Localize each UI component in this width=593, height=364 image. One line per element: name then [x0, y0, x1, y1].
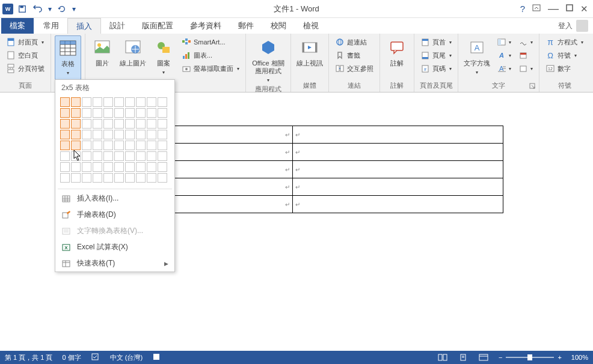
grid-cell[interactable] — [71, 141, 81, 150]
draw-table-item[interactable]: 手繪表格(D) — [55, 207, 174, 223]
help-button[interactable]: ? — [520, 4, 525, 14]
word-count[interactable]: 0 個字 — [62, 353, 81, 362]
grid-cell[interactable] — [125, 162, 135, 172]
zoom-in-button[interactable]: + — [558, 354, 561, 361]
grid-cell[interactable] — [158, 130, 167, 139]
bookmark-button[interactable]: 書籤 — [333, 49, 376, 62]
textbox-button[interactable]: A文字方塊▾ — [462, 35, 492, 80]
tab-design[interactable]: 設計 — [101, 18, 134, 34]
header-button[interactable]: 頁首▾ — [418, 35, 454, 49]
quick-tables-item[interactable]: 快速表格(T)▶ — [55, 255, 174, 271]
footer-button[interactable]: 頁尾▾ — [418, 49, 454, 62]
undo-button[interactable] — [31, 2, 45, 16]
grid-cell[interactable] — [114, 130, 124, 139]
blank-page-button[interactable]: 空白頁 — [4, 49, 47, 62]
tab-references[interactable]: 參考資料 — [182, 18, 230, 34]
grid-cell[interactable] — [147, 141, 156, 150]
language-indicator[interactable]: 中文 (台灣) — [110, 353, 143, 362]
crossref-button[interactable]: 交互參照 — [333, 62, 376, 75]
online-video-button[interactable]: 線上視訊 — [295, 35, 325, 80]
signature-button[interactable]: ▾ — [516, 35, 535, 49]
save-button[interactable] — [16, 2, 29, 16]
grid-cell[interactable] — [93, 108, 102, 118]
grid-cell[interactable] — [71, 151, 81, 161]
grid-cell[interactable] — [136, 162, 146, 172]
grid-cell[interactable] — [82, 97, 91, 107]
grid-cell[interactable] — [114, 97, 124, 107]
zoom-level[interactable]: 100% — [571, 354, 588, 361]
smartart-button[interactable]: SmartArt... — [179, 35, 242, 49]
grid-cell[interactable] — [125, 119, 135, 129]
table-grid-picker[interactable] — [55, 96, 174, 187]
grid-cell[interactable] — [136, 130, 146, 139]
grid-cell[interactable] — [60, 97, 70, 107]
grid-cell[interactable] — [60, 130, 70, 139]
tab-insert[interactable]: 插入 — [67, 18, 101, 34]
number-button[interactable]: 12數字 — [543, 62, 586, 75]
comment-button[interactable]: 註解 — [384, 35, 410, 80]
grid-cell[interactable] — [136, 141, 146, 150]
grid-cell[interactable] — [103, 108, 113, 118]
excel-spreadsheet-item[interactable]: XExcel 試算表(X) — [55, 239, 174, 255]
grid-cell[interactable] — [103, 97, 113, 107]
grid-cell[interactable] — [136, 97, 146, 107]
grid-cell[interactable] — [125, 151, 135, 161]
grid-cell[interactable] — [71, 130, 81, 139]
grid-cell[interactable] — [60, 151, 70, 161]
grid-cell[interactable] — [114, 151, 124, 161]
grid-cell[interactable] — [93, 97, 102, 107]
grid-cell[interactable] — [158, 119, 167, 129]
table-button[interactable]: 表格▾ — [55, 35, 81, 80]
grid-cell[interactable] — [147, 97, 156, 107]
grid-cell[interactable] — [147, 119, 156, 129]
qat-customize[interactable]: ▾ — [71, 2, 77, 16]
grid-cell[interactable] — [114, 119, 124, 129]
print-layout-button[interactable] — [458, 353, 469, 362]
page-indicator[interactable]: 第 1 頁，共 1 頁 — [5, 353, 52, 362]
sign-in-link[interactable]: 登入 — [558, 21, 573, 31]
hyperlink-button[interactable]: 超連結 — [333, 35, 376, 49]
ribbon-display-button[interactable] — [532, 4, 541, 13]
spell-check-icon[interactable] — [91, 353, 100, 362]
grid-cell[interactable] — [60, 162, 70, 172]
symbol-button[interactable]: Ω符號▾ — [543, 49, 586, 62]
datetime-button[interactable] — [516, 49, 535, 62]
grid-cell[interactable] — [114, 141, 124, 150]
grid-cell[interactable] — [60, 141, 70, 150]
grid-cell[interactable] — [147, 108, 156, 118]
page-break-button[interactable]: 分頁符號 — [4, 62, 47, 75]
web-layout-button[interactable] — [478, 353, 489, 362]
grid-cell[interactable] — [93, 141, 102, 150]
dialog-launcher-icon[interactable] — [529, 83, 536, 90]
grid-cell[interactable] — [103, 173, 113, 183]
grid-cell[interactable] — [60, 108, 70, 118]
undo-dropdown[interactable]: ▾ — [47, 2, 53, 16]
grid-cell[interactable] — [125, 97, 135, 107]
grid-cell[interactable] — [103, 119, 113, 129]
quickparts-button[interactable]: ▾ — [494, 35, 514, 49]
grid-cell[interactable] — [125, 141, 135, 150]
avatar[interactable] — [576, 20, 588, 32]
macro-record-icon[interactable] — [152, 353, 161, 362]
grid-cell[interactable] — [147, 151, 156, 161]
chart-button[interactable]: 圖表... — [179, 49, 242, 62]
object-button[interactable]: ▾ — [516, 62, 535, 75]
grid-cell[interactable] — [136, 108, 146, 118]
wordart-button[interactable]: A▾ — [494, 49, 514, 62]
tab-home[interactable]: 常用 — [35, 18, 67, 34]
grid-cell[interactable] — [114, 162, 124, 172]
grid-cell[interactable] — [71, 119, 81, 129]
grid-cell[interactable] — [158, 108, 167, 118]
grid-cell[interactable] — [103, 162, 113, 172]
grid-cell[interactable] — [60, 119, 70, 129]
dropcap-button[interactable]: A▾ — [494, 62, 514, 75]
grid-cell[interactable] — [158, 151, 167, 161]
tab-file[interactable]: 檔案 — [1, 18, 34, 34]
office-apps-button[interactable]: Office 相關應用程式▾ — [250, 35, 287, 83]
grid-cell[interactable] — [82, 141, 91, 150]
grid-cell[interactable] — [82, 162, 91, 172]
grid-cell[interactable] — [93, 173, 102, 183]
grid-cell[interactable] — [93, 162, 102, 172]
grid-cell[interactable] — [93, 130, 102, 139]
grid-cell[interactable] — [158, 97, 167, 107]
